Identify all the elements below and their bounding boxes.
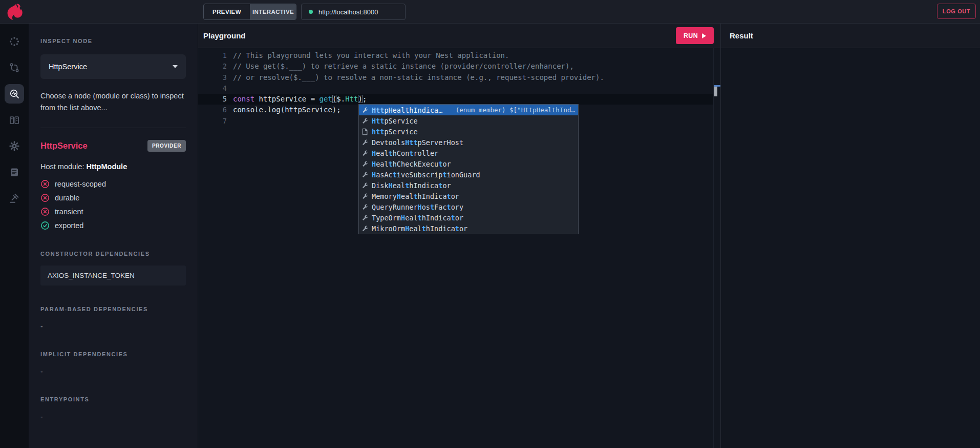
rail-item-routes[interactable] xyxy=(5,58,24,77)
ruler-cursor-marker xyxy=(714,87,717,96)
x-circle-icon xyxy=(40,207,50,216)
view-mode-tabs: PREVIEW INTERACTIVE xyxy=(203,4,296,20)
suggestion-label: DiskHealthIndicator xyxy=(372,181,451,190)
rail-item-journal[interactable] xyxy=(5,162,24,182)
section-title: IMPLICIT DEPENDENCIES xyxy=(40,351,186,357)
logout-button[interactable]: LOG OUT xyxy=(937,4,976,19)
play-icon xyxy=(702,33,706,38)
suggestion-label: HttpHealthIndica… xyxy=(372,106,442,114)
line-number: 2 xyxy=(198,61,227,72)
section-entrypoints: ENTRYPOINTS - xyxy=(40,396,186,421)
suggestion-TypeOrmHealthIndicator[interactable]: TypeOrmHealthIndicator xyxy=(359,212,578,223)
code-text: const httpService = get($.Htt); xyxy=(233,94,367,105)
empty-value: - xyxy=(40,368,186,376)
rail-item-settings[interactable] xyxy=(5,136,24,156)
code-text: // or resolve($.___) to resolve a non-st… xyxy=(233,72,604,83)
inspect-panel: INSPECT NODE HttpService Choose a node (… xyxy=(29,24,198,448)
suggestion-label: QueryRunnerHostFactory xyxy=(372,203,463,211)
topbar: PREVIEW INTERACTIVE http://localhost:800… xyxy=(0,0,980,24)
wrench-icon xyxy=(360,193,369,200)
suggestion-HttpService[interactable]: HttpService xyxy=(359,115,578,126)
suggestion-HealthController[interactable]: HealthController xyxy=(359,148,578,158)
panel-divider xyxy=(40,128,186,128)
section-param-dependencies: PARAM-BASED DEPENDENCIES - xyxy=(40,306,186,331)
rail-item-graph[interactable] xyxy=(5,32,24,51)
result-title: Result xyxy=(721,24,980,48)
suggestion-httpService[interactable]: httpService xyxy=(359,126,578,137)
node-select-dropdown[interactable]: HttpService xyxy=(40,54,186,79)
dependency-item: AXIOS_INSTANCE_TOKEN xyxy=(40,266,186,286)
run-button[interactable]: RUN xyxy=(676,27,714,44)
tab-interactive[interactable]: INTERACTIVE xyxy=(250,4,296,19)
flag-durable: durable xyxy=(40,193,186,202)
line-number: 6 xyxy=(198,105,227,115)
code-row[interactable]: 4 xyxy=(198,83,713,94)
suggestion-MemoryHealthIndicator[interactable]: MemoryHealthIndicator xyxy=(359,191,578,201)
routes-icon xyxy=(9,62,20,73)
wrench-icon xyxy=(360,182,369,189)
suggestion-DevtoolsHttpServerHost[interactable]: DevtoolsHttpServerHost xyxy=(359,137,578,148)
suggestion-label: TypeOrmHealthIndicator xyxy=(372,214,463,222)
suggestion-label: HealthController xyxy=(372,149,438,157)
section-constructor-dependencies: CONSTRUCTOR DEPENDENCIES AXIOS_INSTANCE_… xyxy=(40,251,186,286)
suggestion-QueryRunnerHostFactory[interactable]: QueryRunnerHostFactory xyxy=(359,201,578,212)
suggestion-MikroOrmHealthIndicator[interactable]: MikroOrmHealthIndicator xyxy=(359,223,578,234)
suggestion-label: MemoryHealthIndicator xyxy=(372,192,459,200)
rail-item-gavel[interactable] xyxy=(5,189,24,208)
x-circle-icon xyxy=(40,179,50,189)
suggestion-detail: (enum member) $["HttpHealthInd… xyxy=(456,106,575,114)
library-icon xyxy=(9,114,20,126)
node-select-value: HttpService xyxy=(49,63,87,71)
wrench-icon xyxy=(360,171,369,178)
code-editor[interactable]: 1// This playground lets you interact wi… xyxy=(198,48,720,448)
suggestion-label: HealthCheckExecutor xyxy=(372,160,451,168)
rail-item-inspect[interactable] xyxy=(5,84,24,104)
code-text: // Use get($.___) to retrieve a static i… xyxy=(233,61,574,72)
rail-item-library[interactable] xyxy=(5,110,24,130)
wrench-icon xyxy=(360,117,369,125)
app-url: http://localhost:8000 xyxy=(318,8,378,16)
playground-title: Playground xyxy=(203,31,246,40)
tab-preview[interactable]: PREVIEW xyxy=(204,4,250,19)
gavel-icon xyxy=(9,193,20,204)
line-number: 3 xyxy=(198,72,227,83)
empty-value: - xyxy=(40,322,186,331)
flag-request-scoped: request-scoped xyxy=(40,179,186,189)
flag-transient: transient xyxy=(40,207,186,216)
section-implicit-dependencies: IMPLICIT DEPENDENCIES - xyxy=(40,351,186,376)
app-url-box[interactable]: http://localhost:8000 xyxy=(301,4,406,20)
suggestion-DiskHealthIndicator[interactable]: DiskHealthIndicator xyxy=(359,180,578,191)
suggestion-label: HasActiveSubscriptionGuard xyxy=(372,171,480,179)
inspect-icon xyxy=(9,88,20,99)
code-row[interactable]: 5const httpService = get($.Htt); xyxy=(198,94,713,105)
connection-status-dot xyxy=(309,10,313,14)
code-row[interactable]: 3// or resolve($.___) to resolve a non-s… xyxy=(198,72,713,83)
nav-rail xyxy=(0,24,29,448)
wrench-icon xyxy=(360,203,369,211)
result-panel: Result xyxy=(720,24,980,448)
inspect-hint-text: Choose a node (module or class) to inspe… xyxy=(40,90,186,114)
suggestion-HealthCheckExecutor[interactable]: HealthCheckExecutor xyxy=(359,158,578,169)
code-row[interactable]: 1// This playground lets you interact wi… xyxy=(198,50,713,61)
suggestion-HttpHealthIndica[interactable]: HttpHealthIndica…(enum member) $["HttpHe… xyxy=(359,105,578,115)
code-text: // This playground lets you interact wit… xyxy=(233,50,509,61)
wrench-icon xyxy=(360,160,369,168)
flag-exported: exported xyxy=(40,221,186,230)
line-number: 5 xyxy=(198,94,227,105)
inspect-node-label: INSPECT NODE xyxy=(40,38,186,44)
gear-icon xyxy=(9,140,20,152)
journal-icon xyxy=(9,167,20,178)
provider-badge: PROVIDER xyxy=(147,140,186,152)
section-title: PARAM-BASED DEPENDENCIES xyxy=(40,306,186,312)
host-module-value: HttpModule xyxy=(86,162,127,171)
nest-devtools-app: PREVIEW INTERACTIVE http://localhost:800… xyxy=(0,0,980,448)
suggestion-HasActiveSubscriptionGuard[interactable]: HasActiveSubscriptionGuard xyxy=(359,169,578,180)
wrench-icon xyxy=(360,214,369,221)
suggestion-label: MikroOrmHealthIndicator xyxy=(372,225,467,233)
file-icon xyxy=(360,128,369,135)
editor-overview-ruler[interactable] xyxy=(713,48,720,448)
code-text: console.log(httpService); xyxy=(233,105,341,115)
playground-header: Playground RUN xyxy=(198,24,720,48)
chevron-down-icon xyxy=(173,65,178,68)
code-row[interactable]: 2// Use get($.___) to retrieve a static … xyxy=(198,61,713,72)
